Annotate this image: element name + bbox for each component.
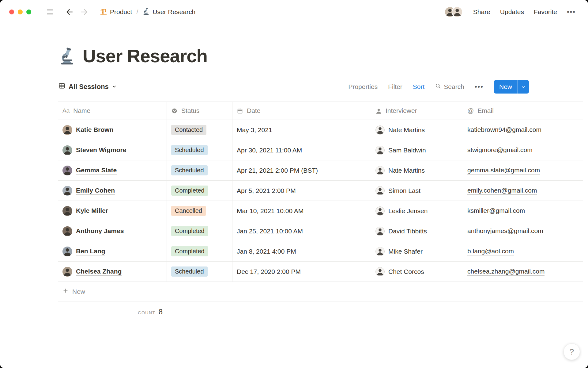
- interviewer-name: Nate Martins: [388, 126, 425, 134]
- email-cell[interactable]: anthonyjames@gmail.com: [463, 221, 583, 241]
- column-header-status[interactable]: Status: [167, 102, 232, 120]
- session-name-link[interactable]: Emily Cohen: [76, 187, 115, 195]
- email-cell[interactable]: katiebrown94@gmail.com: [463, 120, 583, 140]
- breadcrumb-page[interactable]: User Research: [142, 8, 195, 17]
- name-cell[interactable]: Steven Wigmore: [58, 140, 167, 160]
- column-header-interviewer[interactable]: Interviewer: [371, 102, 463, 120]
- column-header-date[interactable]: Date: [232, 102, 371, 120]
- status-cell[interactable]: Scheduled: [167, 140, 232, 160]
- interviewer-cell[interactable]: Nate Martins: [371, 120, 463, 140]
- date-value: May 3, 2021: [237, 126, 272, 134]
- view-tab-all-sessions[interactable]: All Sessions: [58, 82, 117, 91]
- email-cell[interactable]: chelsea.zhang@gmail.com: [463, 262, 583, 282]
- status-cell[interactable]: Completed: [167, 241, 232, 261]
- avatar: [452, 6, 463, 17]
- email-link[interactable]: stwigmore@gmail.com: [467, 146, 533, 154]
- name-cell[interactable]: Kyle Miller: [58, 201, 167, 221]
- new-row-button[interactable]: New: [58, 282, 583, 301]
- interviewer-cell[interactable]: Leslie Jensen: [371, 201, 463, 221]
- toolbar-more-icon[interactable]: •••: [475, 83, 484, 91]
- name-cell[interactable]: Ben Lang: [58, 241, 167, 261]
- email-link[interactable]: chelsea.zhang@gmail.com: [467, 268, 545, 276]
- help-button-label: ?: [570, 347, 574, 357]
- updates-button[interactable]: Updates: [500, 8, 524, 16]
- more-options-icon[interactable]: •••: [567, 8, 576, 16]
- page-icon-microscope[interactable]: [58, 47, 76, 65]
- search-button[interactable]: Search: [435, 83, 464, 91]
- share-button[interactable]: Share: [473, 8, 490, 16]
- database-toolbar: All Sessions Properties Filter Sort Sear…: [58, 78, 529, 95]
- name-cell[interactable]: Gemma Slate: [58, 160, 167, 180]
- email-link[interactable]: emily.cohen@gmail.com: [467, 187, 537, 195]
- status-cell[interactable]: Scheduled: [167, 160, 232, 180]
- name-cell[interactable]: Katie Brown: [58, 120, 167, 140]
- status-cell[interactable]: Cancelled: [167, 201, 232, 221]
- email-link[interactable]: anthonyjames@gmail.com: [467, 227, 543, 235]
- email-link[interactable]: ksmiller@gmail.com: [467, 207, 525, 215]
- session-name-link[interactable]: Kyle Miller: [76, 207, 108, 215]
- email-link[interactable]: b.lang@aol.com: [467, 247, 514, 255]
- new-button[interactable]: New: [494, 80, 517, 94]
- interviewer-name: Nate Martins: [388, 167, 425, 174]
- email-cell[interactable]: stwigmore@gmail.com: [463, 140, 583, 160]
- email-cell[interactable]: emily.cohen@gmail.com: [463, 181, 583, 201]
- breadcrumb-page-label: User Research: [153, 8, 195, 16]
- minimize-window-button[interactable]: [18, 10, 23, 14]
- favorite-button[interactable]: Favorite: [534, 8, 557, 16]
- date-cell[interactable]: Jan 8, 2021 4:00 PM: [232, 241, 371, 261]
- status-cell[interactable]: Completed: [167, 221, 232, 241]
- titlebar: Product / User Research Share Updates Fa…: [0, 0, 588, 24]
- sidebar-menu-icon[interactable]: [45, 7, 55, 17]
- view-tab-label: All Sessions: [69, 83, 109, 91]
- collaborator-avatars[interactable]: [444, 6, 463, 17]
- date-cell[interactable]: Dec 17, 2020 2:00 PM: [232, 262, 371, 282]
- window-controls: [9, 10, 31, 14]
- status-cell[interactable]: Completed: [167, 181, 232, 201]
- session-name-link[interactable]: Chelsea Zhang: [76, 268, 122, 276]
- interviewer-name: Leslie Jensen: [388, 207, 428, 215]
- interviewer-cell[interactable]: Simon Last: [371, 181, 463, 201]
- column-header-name[interactable]: Aa Name: [58, 102, 167, 120]
- back-icon[interactable]: [64, 7, 75, 17]
- email-link[interactable]: gemma.slate@gmail.com: [467, 167, 540, 174]
- session-name-link[interactable]: Ben Lang: [76, 247, 105, 255]
- name-cell[interactable]: Anthony James: [58, 221, 167, 241]
- interviewer-cell[interactable]: Nate Martins: [371, 160, 463, 180]
- close-window-button[interactable]: [9, 10, 14, 14]
- email-cell[interactable]: b.lang@aol.com: [463, 241, 583, 261]
- date-cell[interactable]: May 3, 2021: [232, 120, 371, 140]
- email-cell[interactable]: gemma.slate@gmail.com: [463, 160, 583, 180]
- zoom-window-button[interactable]: [26, 10, 31, 14]
- interviewer-cell[interactable]: Mike Shafer: [371, 241, 463, 261]
- interviewer-cell[interactable]: Chet Corcos: [371, 262, 463, 282]
- breadcrumb-product[interactable]: Product: [100, 8, 132, 17]
- name-cell[interactable]: Emily Cohen: [58, 181, 167, 201]
- interviewer-cell[interactable]: Sam Baldwin: [371, 140, 463, 160]
- email-link[interactable]: katiebrown94@gmail.com: [467, 126, 541, 134]
- date-cell[interactable]: Apr 5, 2021 2:00 PM: [232, 181, 371, 201]
- help-button[interactable]: ?: [564, 343, 580, 360]
- forward-icon[interactable]: [79, 7, 89, 17]
- status-badge: Cancelled: [171, 206, 206, 216]
- name-cell[interactable]: Chelsea Zhang: [58, 262, 167, 282]
- table-row: Emily Cohen Completed Apr 5, 2021 2:00 P…: [58, 181, 583, 201]
- filter-button[interactable]: Filter: [388, 83, 402, 90]
- status-cell[interactable]: Contacted: [167, 120, 232, 140]
- date-cell[interactable]: Apr 21, 2021 2:00 PM (BST): [232, 160, 371, 180]
- status-cell[interactable]: Scheduled: [167, 262, 232, 282]
- date-cell[interactable]: Apr 30, 2021 11:00 AM: [232, 140, 371, 160]
- session-name-link[interactable]: Anthony James: [76, 227, 124, 235]
- date-cell[interactable]: Mar 10, 2021 10:00 AM: [232, 201, 371, 221]
- properties-button[interactable]: Properties: [348, 83, 378, 90]
- interviewer-cell[interactable]: David Tibbitts: [371, 221, 463, 241]
- count-value: 8: [159, 308, 163, 316]
- date-cell[interactable]: Jan 25, 2021 10:00 AM: [232, 221, 371, 241]
- email-cell[interactable]: ksmiller@gmail.com: [463, 201, 583, 221]
- column-header-email[interactable]: @ Email: [463, 102, 583, 120]
- sort-button[interactable]: Sort: [413, 83, 425, 90]
- session-name-link[interactable]: Steven Wigmore: [76, 146, 126, 154]
- session-name-link[interactable]: Gemma Slate: [76, 167, 117, 174]
- count-row[interactable]: COUNT 8: [58, 301, 167, 316]
- session-name-link[interactable]: Katie Brown: [76, 126, 114, 134]
- new-dropdown-button[interactable]: [517, 80, 529, 94]
